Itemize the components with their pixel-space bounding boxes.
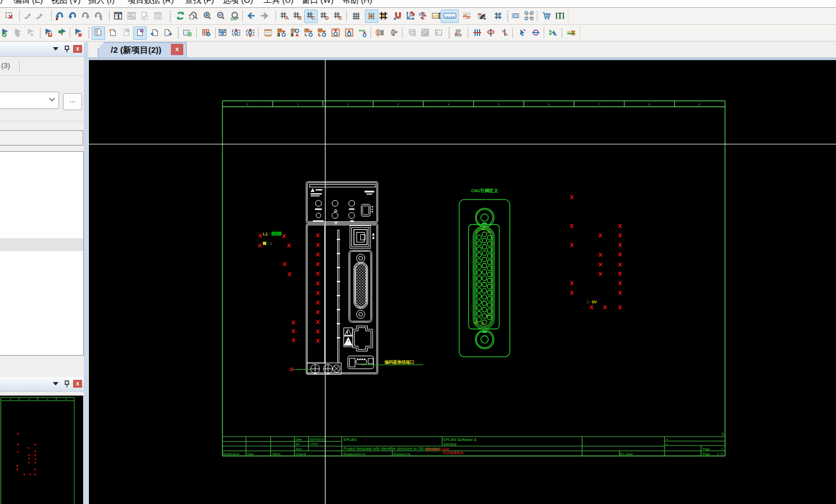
svg-text:Appr.: Appr.	[296, 447, 303, 451]
svg-text:LJ100: LJ100	[309, 442, 318, 446]
svg-text:照明: 照明	[272, 232, 279, 237]
svg-text:44: 44	[486, 314, 490, 317]
svg-text:30: 30	[481, 322, 484, 325]
svg-text:6: 6	[548, 103, 550, 106]
svg-text:B: B	[298, 15, 302, 20]
svg-text:128: 128	[433, 14, 439, 18]
svg-text:C: C	[311, 15, 315, 20]
svg-text:9: 9	[698, 103, 701, 106]
svg-text:EPLAN: EPLAN	[344, 438, 356, 442]
svg-text:2: 2	[721, 447, 723, 451]
svg-text:/: /	[269, 231, 270, 237]
svg-text:Date: Date	[247, 452, 254, 456]
svg-text:Replacement of: Replacement of	[344, 452, 365, 456]
svg-text:1: 1	[476, 231, 478, 234]
svg-text:0: 0	[246, 103, 248, 106]
svg-text:=: =	[666, 438, 668, 441]
svg-text:L1: L1	[263, 231, 268, 237]
svg-text:Page: Page	[703, 447, 710, 451]
svg-text:31: 31	[487, 230, 490, 234]
svg-text:Service: Service	[444, 442, 457, 446]
svg-text:CN1引脚定义: CN1引脚定义	[471, 188, 499, 193]
svg-text:A: A	[285, 15, 289, 20]
svg-text:/ 3: / 3	[268, 241, 272, 246]
svg-text:15: 15	[474, 321, 477, 325]
svg-text:3 / 0V: 3 / 0V	[586, 300, 597, 304]
svg-text:2: 2	[347, 103, 349, 106]
svg-text:16: 16	[481, 227, 485, 230]
svg-text:5: 5	[498, 103, 500, 106]
svg-text:Ed.: Ed.	[296, 442, 301, 446]
svg-text:7: 7	[598, 103, 600, 106]
svg-text:2024/10/10: 2024/10/10	[309, 438, 325, 441]
svg-text:BJ_eplan: BJ_eplan	[620, 452, 633, 456]
svg-text:100: 100	[231, 17, 237, 21]
svg-text:Modification: Modification	[223, 452, 239, 456]
svg-text:3: 3	[722, 432, 724, 436]
svg-text:Replaced by: Replaced by	[394, 452, 411, 456]
svg-text:N: N	[263, 241, 266, 246]
svg-text:+: +	[666, 442, 668, 446]
svg-text:EPLAN Software &: EPLAN Software &	[444, 438, 477, 442]
svg-text:4: 4	[448, 103, 450, 106]
svg-text:E: E	[339, 15, 342, 20]
svg-text:中达电通支持: 中达电通支持	[443, 451, 463, 455]
svg-text:D: D	[325, 15, 329, 20]
svg-text:Name: Name	[273, 452, 281, 456]
svg-text:3: 3	[397, 103, 399, 106]
svg-text:1: 1	[297, 103, 299, 106]
svg-text:编码器接线端口: 编码器接线端口	[384, 360, 414, 365]
svg-text:8: 8	[648, 103, 650, 106]
svg-text:Original: Original	[296, 452, 306, 456]
svg-text:1 / 4: 1 / 4	[717, 452, 723, 456]
svg-text:Date: Date	[296, 438, 302, 441]
svg-text:Page: Page	[703, 452, 710, 456]
